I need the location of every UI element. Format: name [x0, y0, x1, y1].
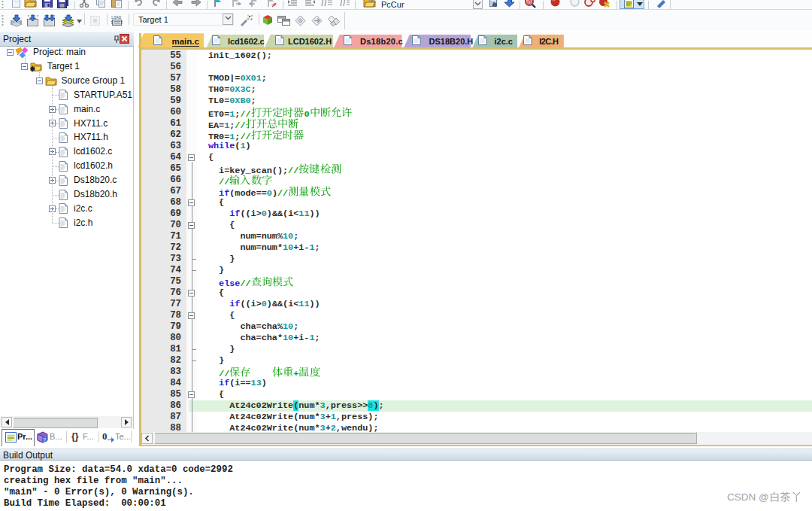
svg-text:@: @ [526, 0, 532, 5]
svg-text:LOAD: LOAD [111, 15, 122, 20]
svg-text:?: ? [43, 437, 46, 443]
